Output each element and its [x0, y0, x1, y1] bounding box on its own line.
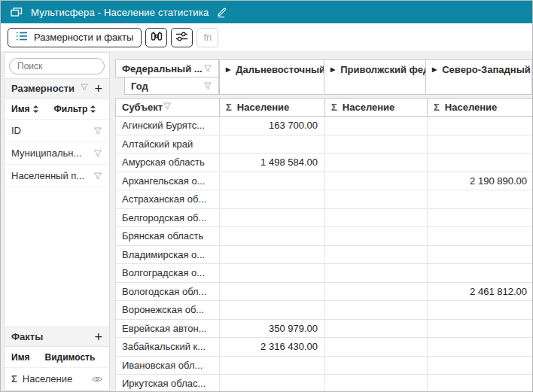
expand-arrow-icon[interactable]: ▶ [432, 66, 437, 73]
search-binoculars-button[interactable] [145, 28, 167, 47]
fn-label: fn [203, 32, 212, 43]
cell-value[interactable] [220, 246, 325, 264]
row-subject[interactable]: Воронежская об... [116, 301, 220, 319]
federal-filter-icon[interactable] [203, 64, 212, 73]
cell-value[interactable] [428, 190, 532, 208]
cell-value[interactable] [325, 283, 428, 301]
sort-name-icon[interactable] [32, 105, 39, 114]
cell-value[interactable] [220, 209, 325, 227]
cell-value[interactable] [325, 172, 428, 190]
dimension-item[interactable]: Муниципальн... [5, 142, 109, 165]
cell-value[interactable] [325, 153, 428, 172]
column-group-header[interactable]: ▶Северо-Западный федеральный округ [426, 60, 532, 94]
dimension-item[interactable]: Населенный п... [5, 165, 109, 187]
cell-value[interactable] [428, 320, 532, 338]
sort-filter-icon[interactable] [90, 105, 96, 114]
cell-value[interactable] [428, 357, 532, 375]
expand-arrow-icon[interactable]: ▶ [226, 66, 230, 73]
column-group-header[interactable]: ▶Дальневосточный федеральный округ [220, 60, 324, 94]
cell-value[interactable] [325, 338, 428, 356]
dimensions-filter-icon[interactable] [80, 83, 89, 94]
list-icon [16, 31, 28, 44]
row-subject[interactable]: Астраханская об... [116, 190, 220, 208]
cell-value[interactable]: 1 498 584.00 [220, 153, 325, 172]
measure-header[interactable]: ΣНаселение [325, 99, 428, 116]
cell-value[interactable] [325, 135, 428, 153]
cell-value[interactable] [220, 172, 325, 190]
cell-value[interactable]: 2 190 890.00 [428, 172, 532, 190]
cell-value[interactable] [428, 153, 532, 172]
cell-value[interactable] [428, 209, 532, 227]
fact-item-population[interactable]: Σ Население [5, 368, 109, 390]
cell-value[interactable] [325, 209, 428, 227]
cell-value[interactable] [325, 264, 428, 282]
row-subject[interactable]: Агинский Бурятс... [116, 117, 220, 135]
fn-button[interactable]: fn [196, 28, 218, 47]
cell-value[interactable] [325, 190, 428, 208]
subject-column-header[interactable]: Субъект [116, 99, 220, 116]
cell-value[interactable] [220, 283, 325, 301]
cell-value[interactable] [325, 375, 428, 391]
cell-value[interactable] [325, 301, 428, 319]
cell-value[interactable] [428, 227, 532, 245]
add-fact-button[interactable]: + [94, 330, 102, 344]
row-subject[interactable]: Вологодская обл... [116, 283, 220, 301]
cell-value[interactable] [325, 227, 428, 245]
cell-value[interactable] [220, 301, 325, 319]
cell-value[interactable] [220, 190, 325, 208]
year-filter-icon[interactable] [203, 81, 212, 90]
row-subject[interactable]: Волгоградская о... [116, 264, 220, 282]
column-group-header[interactable]: ▶Приволжский федеральный округ [324, 60, 426, 94]
cell-value[interactable] [325, 357, 428, 375]
row-subject[interactable]: Амурская область [116, 153, 220, 172]
expand-arrow-icon[interactable]: ▶ [330, 66, 335, 73]
year-dimension-header[interactable]: Год [124, 77, 219, 95]
row-subject[interactable]: Владимирская о... [116, 246, 220, 264]
cell-value[interactable] [220, 227, 325, 245]
cell-value[interactable] [220, 264, 325, 282]
add-dimension-button[interactable]: + [94, 82, 102, 96]
row-subject[interactable]: Иркутская облас... [116, 375, 220, 391]
cell-value[interactable]: 2 461 812.00 [428, 283, 532, 301]
row-subject[interactable]: Еврейская автон... [116, 320, 220, 338]
settings-sliders-button[interactable] [171, 28, 193, 47]
cell-value[interactable] [220, 375, 325, 391]
cell-value[interactable] [428, 135, 532, 153]
pivot-grid: Федеральный ... Год ▶Дальневосточный фед… [115, 52, 532, 391]
search-input[interactable] [9, 58, 105, 74]
cell-value[interactable] [428, 301, 532, 319]
dimension-filter-icon[interactable] [93, 172, 102, 181]
dimensions-facts-button[interactable]: Размерности и факты [8, 28, 142, 47]
windows-icon[interactable] [10, 6, 23, 18]
visibility-eye-icon[interactable] [92, 375, 102, 383]
cell-value[interactable] [428, 375, 532, 391]
cell-value[interactable] [428, 338, 532, 356]
subject-filter-icon[interactable] [163, 102, 172, 113]
dimension-item[interactable]: ID [5, 120, 109, 142]
cell-value[interactable] [220, 135, 325, 153]
cell-value[interactable] [220, 357, 325, 375]
cell-value[interactable] [325, 246, 428, 264]
edit-title-icon[interactable] [216, 7, 227, 18]
table-row: Вологодская обл...2 461 812.00 [116, 283, 532, 302]
cell-value[interactable]: 163 700.00 [220, 117, 325, 135]
cell-value[interactable]: 350 979.00 [220, 320, 325, 338]
cell-value[interactable] [428, 264, 532, 282]
cell-value[interactable] [428, 117, 532, 135]
row-dimension-header[interactable]: Федеральный ... [115, 59, 219, 77]
cell-value[interactable] [325, 320, 428, 338]
row-subject[interactable]: Архангельская о... [116, 172, 220, 190]
row-subject[interactable]: Белгородская об... [116, 209, 220, 227]
measure-header[interactable]: ΣНаселение [428, 99, 532, 116]
cell-value[interactable] [325, 117, 428, 135]
dimension-filter-icon[interactable] [93, 126, 102, 135]
dimension-filter-icon[interactable] [93, 149, 102, 158]
row-subject[interactable]: Ивановская обл... [116, 357, 220, 375]
cell-value[interactable]: 2 316 430.00 [220, 338, 325, 356]
row-subject[interactable]: Брянская область [116, 227, 220, 245]
measure-header[interactable]: ΣНаселение [220, 99, 325, 116]
table-row: Иркутская облас... [116, 375, 532, 391]
cell-value[interactable] [428, 246, 532, 264]
row-subject[interactable]: Алтайский край [116, 135, 220, 153]
row-subject[interactable]: Забайкальский к... [116, 338, 220, 356]
